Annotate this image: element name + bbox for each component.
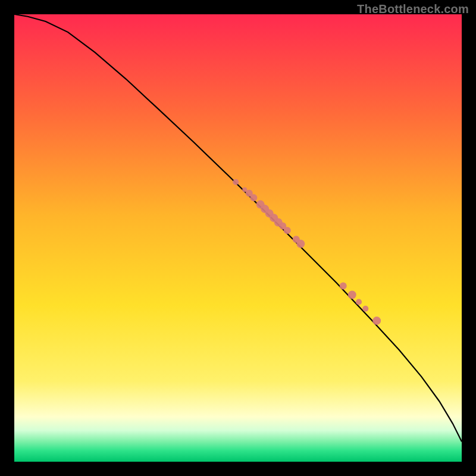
gradient-background [14, 14, 462, 462]
data-point [340, 282, 347, 289]
chart-svg [14, 14, 462, 462]
data-point [296, 240, 305, 248]
data-point [250, 194, 257, 201]
data-point [233, 179, 239, 185]
data-point [372, 317, 381, 325]
chart-container: TheBottleneck.com [0, 0, 476, 476]
plot-area [14, 14, 462, 462]
data-point [362, 306, 368, 312]
data-point [348, 291, 356, 299]
data-point [356, 299, 362, 305]
data-point [284, 227, 291, 234]
